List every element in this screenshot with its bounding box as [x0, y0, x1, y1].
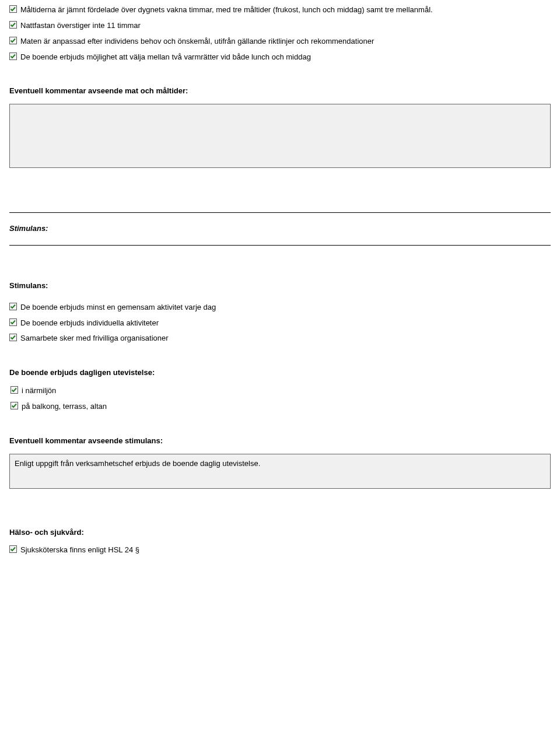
checklist-item: på balkong, terrass, altan — [9, 401, 551, 412]
checklist-item-text: Måltiderna är jämnt fördelade över dygne… — [20, 5, 551, 16]
checklist-item: Sjuksköterska finns enligt HSL 24 § — [9, 545, 551, 556]
checkbox-checked-icon — [9, 318, 17, 326]
checkbox-checked-icon — [9, 5, 17, 13]
checklist-item-text: på balkong, terrass, altan — [22, 401, 551, 412]
stimulans-section-title: Stimulans: — [9, 223, 551, 234]
checklist-item-text: De boende erbjuds minst en gemensam akti… — [20, 302, 551, 313]
hsl-heading: Hälso- och sjukvård: — [9, 527, 551, 538]
comment-stimulans-heading: Eventuell kommentar avseende stimulans: — [9, 436, 551, 447]
checkbox-checked-icon — [9, 545, 17, 553]
checklist-item: Måltiderna är jämnt fördelade över dygne… — [9, 5, 551, 16]
checklist-item-text: Maten är anpassad efter individens behov… — [20, 36, 551, 47]
stimulans-sub-title: Stimulans: — [9, 281, 551, 292]
checkbox-checked-icon — [9, 303, 17, 310]
comment-mat-heading: Eventuell kommentar avseende mat och mål… — [9, 86, 551, 97]
checklist-item-text: De boende erbjuds möjlighet att välja me… — [20, 52, 551, 63]
checklist-item-text: i närmiljön — [22, 386, 551, 397]
checklist-item: Nattfastan överstiger inte 11 timmar — [9, 20, 551, 31]
checkbox-checked-icon — [9, 37, 17, 44]
checkbox-checked-icon — [9, 21, 17, 29]
utevistelse-heading: De boende erbjuds dagligen utevistelse: — [9, 367, 551, 379]
checklist-item-text: Sjuksköterska finns enligt HSL 24 § — [20, 545, 551, 556]
checklist-item: De boende erbjuds minst en gemensam akti… — [9, 302, 551, 313]
checkbox-checked-icon — [9, 52, 17, 60]
page-container: Måltiderna är jämnt fördelade över dygne… — [0, 5, 560, 584]
checklist-item-text: Samarbete sker med frivilliga organisati… — [20, 333, 551, 344]
checklist-item-text: De boende erbjuds individuella aktivitet… — [20, 318, 551, 329]
section-divider — [9, 245, 551, 246]
checkbox-checked-icon — [9, 334, 17, 341]
comment-stimulans-textarea[interactable] — [9, 454, 551, 489]
checklist-item: i närmiljön — [9, 386, 551, 397]
checkbox-checked-icon — [10, 402, 18, 409]
checklist-item: De boende erbjuds möjlighet att välja me… — [9, 52, 551, 63]
checkbox-checked-icon — [10, 386, 18, 394]
checklist-item: Maten är anpassad efter individens behov… — [9, 36, 551, 47]
section-divider — [9, 212, 551, 213]
checklist-item: Samarbete sker med frivilliga organisati… — [9, 333, 551, 344]
comment-mat-textarea[interactable] — [9, 104, 551, 168]
checklist-item-text: Nattfastan överstiger inte 11 timmar — [20, 20, 551, 31]
checklist-item: De boende erbjuds individuella aktivitet… — [9, 318, 551, 329]
